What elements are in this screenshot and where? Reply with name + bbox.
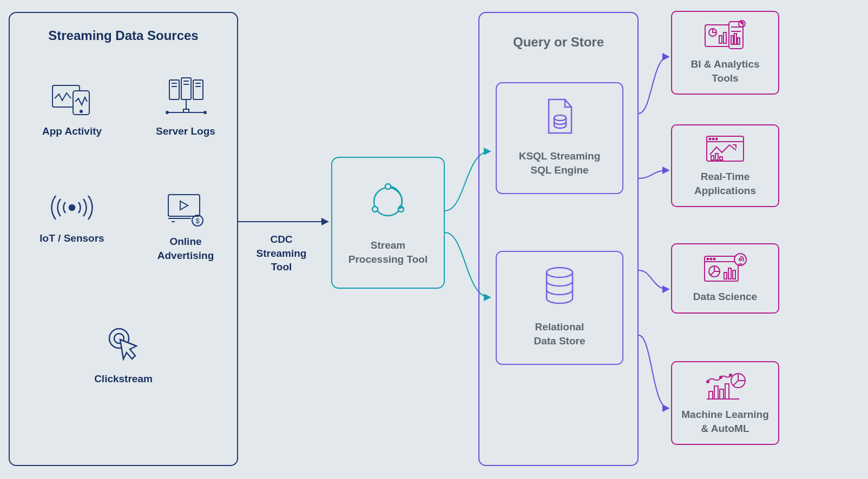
svg-point-31 — [554, 115, 566, 121]
svg-rect-18 — [168, 195, 200, 216]
svg-rect-16 — [183, 109, 189, 112]
cdc-label: CDC Streaming Tool — [249, 232, 314, 274]
server-icon — [164, 77, 207, 117]
dest-ml: Machine Learning & AutoML — [671, 361, 779, 445]
svg-point-56 — [714, 258, 715, 260]
svg-marker-20 — [180, 201, 188, 210]
source-click-label: Clickstream — [94, 372, 153, 386]
rds-box: Relational Data Store — [496, 251, 623, 365]
svg-point-47 — [713, 138, 714, 140]
dest-bi: BI & Analytics Tools — [671, 11, 779, 95]
svg-point-70 — [729, 374, 732, 376]
svg-point-27 — [385, 184, 391, 189]
svg-point-69 — [720, 376, 722, 378]
svg-rect-51 — [720, 157, 722, 160]
arrow-query-to-rt — [639, 170, 668, 178]
svg-rect-66 — [720, 389, 724, 399]
svg-point-68 — [707, 381, 709, 383]
svg-point-32 — [547, 268, 573, 277]
database-icon — [542, 266, 577, 307]
svg-rect-49 — [711, 156, 714, 160]
svg-rect-59 — [728, 268, 731, 279]
ad-icon: $ — [164, 191, 207, 227]
svg-point-2 — [80, 110, 82, 112]
dest-ds-label: Data Science — [693, 290, 757, 304]
dest-ds: Data Science — [671, 243, 779, 314]
arrow-query-to-ds — [639, 270, 668, 289]
query-container: Query or Store KSQL Streaming SQL Engine… — [478, 12, 639, 466]
svg-point-28 — [372, 207, 378, 212]
source-logs-label: Server Logs — [156, 124, 215, 138]
stream-icon — [365, 179, 411, 224]
source-iot: IoT / Sensors — [31, 191, 113, 245]
source-iot-label: IoT / Sensors — [40, 231, 104, 245]
click-icon — [102, 321, 145, 364]
svg-point-15 — [204, 111, 206, 114]
stream-label: Stream Processing Tool — [348, 238, 428, 266]
svg-point-26 — [374, 188, 402, 216]
dest-bi-label: BI & Analytics Tools — [691, 57, 759, 85]
sources-title: Streaming Data Sources — [10, 28, 237, 43]
svg-text:$: $ — [195, 217, 200, 225]
sql-file-icon — [543, 97, 576, 136]
sensor-icon — [48, 191, 96, 224]
source-app-label: App Activity — [42, 124, 102, 138]
sources-container: Streaming Data Sources App Activity Serv… — [9, 12, 238, 466]
svg-rect-35 — [719, 36, 722, 43]
svg-rect-58 — [724, 272, 727, 279]
stream-box: Stream Processing Tool — [331, 157, 445, 289]
svg-rect-64 — [709, 391, 713, 399]
data-science-icon — [702, 252, 748, 284]
svg-point-54 — [707, 258, 709, 260]
source-clickstream: Clickstream — [83, 321, 164, 386]
source-server-logs: Server Logs — [145, 77, 226, 138]
svg-rect-50 — [715, 154, 718, 160]
svg-point-48 — [716, 138, 718, 140]
svg-rect-65 — [714, 386, 718, 399]
dest-rt-label: Real-Time Applications — [694, 170, 756, 197]
devices-icon — [50, 82, 94, 117]
dest-ml-label: Machine Learning & AutoML — [681, 408, 769, 435]
svg-rect-67 — [725, 384, 729, 399]
rds-label: Relational Data Store — [534, 320, 585, 348]
ksql-box: KSQL Streaming SQL Engine — [496, 82, 623, 194]
source-ads: $ Online Advertising — [145, 191, 226, 262]
query-title: Query or Store — [479, 35, 637, 50]
arrow-query-to-ml — [639, 335, 668, 408]
source-ads-label: Online Advertising — [157, 235, 214, 262]
svg-rect-36 — [724, 32, 726, 43]
svg-point-46 — [709, 138, 711, 140]
svg-point-14 — [166, 111, 168, 114]
svg-point-17 — [69, 205, 75, 210]
dest-rt: Real-Time Applications — [671, 124, 779, 207]
svg-point-55 — [711, 258, 712, 260]
analytics-icon — [703, 19, 747, 52]
ml-icon — [702, 370, 748, 402]
svg-rect-60 — [733, 270, 735, 279]
source-app-activity: App Activity — [31, 82, 113, 138]
ksql-label: KSQL Streaming SQL Engine — [519, 149, 601, 177]
arrow-query-to-bi — [639, 57, 668, 114]
realtime-icon — [703, 133, 747, 164]
